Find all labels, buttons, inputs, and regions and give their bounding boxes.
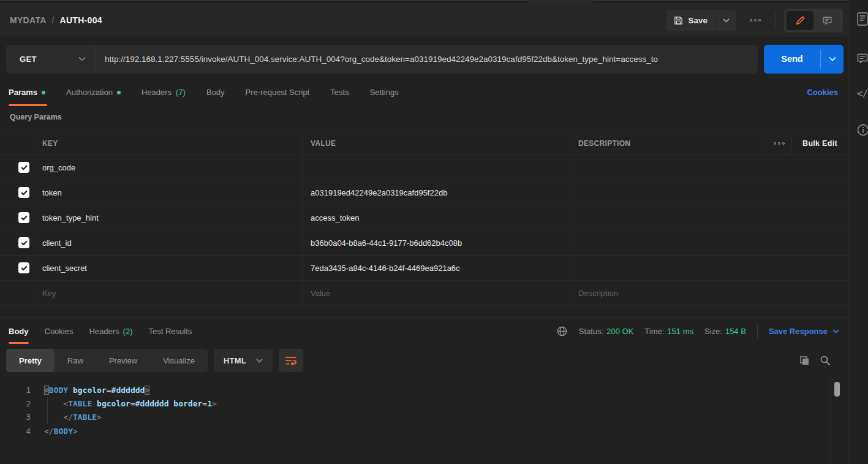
- response-tab-body[interactable]: Body: [9, 318, 29, 345]
- indent-guide: [47, 397, 48, 424]
- param-key[interactable]: org_code: [42, 163, 75, 172]
- tab-strip-line: [593, 0, 868, 1]
- cookies-link[interactable]: Cookies: [807, 88, 838, 97]
- chevron-down-icon: [832, 329, 839, 333]
- documentation-icon[interactable]: [857, 12, 868, 26]
- tab-authorization[interactable]: Authorization: [66, 80, 131, 105]
- param-checkbox[interactable]: [18, 187, 29, 198]
- copy-icon[interactable]: [799, 355, 810, 366]
- view-tab-raw[interactable]: Raw: [55, 349, 96, 372]
- param-checkbox[interactable]: [18, 237, 29, 248]
- time-label: Time:: [644, 327, 664, 336]
- size-label: Size:: [704, 327, 722, 336]
- param-key[interactable]: client_id: [42, 238, 72, 248]
- line-number: 1: [0, 386, 31, 395]
- save-response-label: Save Response: [769, 327, 828, 336]
- format-label: HTML: [224, 356, 246, 365]
- line-number: 4: [0, 427, 31, 436]
- save-button-group: Save: [666, 10, 736, 31]
- param-key[interactable]: token_type_hint: [42, 213, 99, 222]
- breadcrumb-request-name[interactable]: AUTH-004: [60, 15, 102, 25]
- comment-icon[interactable]: [857, 53, 868, 65]
- param-key[interactable]: client_secret: [42, 264, 87, 273]
- wrap-lines-button[interactable]: [279, 349, 303, 372]
- tab-count: (7): [176, 88, 186, 97]
- new-description-input[interactable]: Description: [578, 289, 618, 298]
- param-checkbox[interactable]: [18, 262, 29, 273]
- param-value[interactable]: 7eda3435-a84c-4146-b24f-4469ea921a6c: [311, 264, 460, 273]
- new-key-input[interactable]: Key: [42, 289, 56, 298]
- divider: [831, 376, 831, 464]
- tab-tests[interactable]: Tests: [330, 80, 359, 105]
- params-more-options-button[interactable]: [766, 132, 791, 154]
- divider: [757, 325, 758, 338]
- tab-pre-request-script[interactable]: Pre-request Script: [246, 80, 320, 105]
- tab-label: Body: [206, 88, 225, 97]
- view-tab-pretty[interactable]: Pretty: [6, 349, 55, 372]
- send-options-button[interactable]: [821, 45, 843, 74]
- param-row: client_id b36b0a04-b8a6-44c1-9177-b6dd62…: [0, 230, 848, 256]
- view-tab-preview[interactable]: Preview: [96, 349, 150, 372]
- status-value: 200 OK: [606, 327, 633, 336]
- param-checkbox[interactable]: [18, 162, 29, 173]
- network-info-button[interactable]: [556, 325, 568, 337]
- size-badge: Size: 154 B: [704, 327, 746, 336]
- bulk-edit-button[interactable]: Bulk Edit: [791, 132, 848, 154]
- tab-label: Headers: [142, 88, 172, 97]
- comments-button[interactable]: [813, 11, 840, 30]
- save-icon: [674, 16, 683, 25]
- time-value: 151 ms: [667, 327, 693, 336]
- tab-params[interactable]: Params: [9, 80, 56, 105]
- search-icon[interactable]: [820, 355, 831, 366]
- chevron-down-icon: [256, 359, 263, 363]
- tab-label: Body: [9, 327, 29, 336]
- url-input[interactable]: http://192.168.1.227:5555/invoke/AUTH_00…: [96, 55, 758, 64]
- checkbox-column-header: [0, 132, 34, 154]
- info-icon[interactable]: [857, 124, 868, 136]
- tab-label: Params: [9, 88, 37, 97]
- edit-mode-button[interactable]: [787, 11, 813, 30]
- send-button[interactable]: Send: [764, 45, 820, 74]
- method-label: GET: [20, 55, 37, 64]
- param-value[interactable]: b36b0a04-b8a6-44c1-9177-b6dd62b4c08b: [311, 238, 462, 248]
- save-response-button[interactable]: Save Response: [769, 327, 839, 336]
- breadcrumb-collection[interactable]: MYDATA: [10, 15, 47, 25]
- method-selector[interactable]: GET: [6, 55, 96, 64]
- response-tab-cookies[interactable]: Cookies: [45, 318, 74, 345]
- breadcrumb-separator: /: [52, 15, 55, 25]
- code-lines: 1<BODY bgcolor=#dddddd>2 <TABLE bgcolor=…: [0, 383, 848, 438]
- save-label: Save: [688, 16, 708, 25]
- tab-label: Authorization: [66, 88, 113, 97]
- view-tab-visualize[interactable]: Visualize: [150, 349, 208, 372]
- more-options-button[interactable]: [744, 10, 766, 31]
- tab-count: (2): [123, 327, 133, 336]
- tab-label: Tests: [330, 88, 349, 97]
- size-value: 154 B: [725, 327, 746, 336]
- param-checkbox[interactable]: [18, 212, 29, 223]
- breadcrumb: MYDATA / AUTH-004: [10, 15, 102, 25]
- response-tab-headers[interactable]: Headers (2): [89, 318, 132, 345]
- line-number: 3: [0, 413, 31, 422]
- modified-dot: [117, 91, 121, 94]
- params-table-header: KEY VALUE DESCRIPTION Bulk Edit: [0, 132, 848, 155]
- response-view-toolbar: Pretty Raw Preview Visualize HTML: [0, 345, 848, 376]
- tab-body[interactable]: Body: [206, 80, 235, 105]
- save-options-button[interactable]: [716, 10, 736, 31]
- param-value[interactable]: a031919ed42249e2a0319cafd95f22db: [311, 188, 447, 197]
- param-value[interactable]: access_token: [311, 213, 360, 222]
- code-snippet-icon[interactable]: </: [857, 88, 868, 99]
- request-url-row: GET http://192.168.1.227:5555/invoke/AUT…: [0, 38, 848, 80]
- code-line: 1<BODY bgcolor=#dddddd>: [0, 383, 848, 397]
- request-header: MYDATA / AUTH-004 Save: [0, 3, 848, 38]
- tab-settings[interactable]: Settings: [370, 80, 409, 105]
- response-tab-test-results[interactable]: Test Results: [149, 318, 192, 345]
- format-select[interactable]: HTML: [214, 349, 273, 372]
- tab-strip-line: [0, 0, 529, 1]
- scrollbar-thumb[interactable]: [834, 382, 840, 397]
- new-value-input[interactable]: Value: [311, 289, 330, 298]
- param-key[interactable]: token: [42, 188, 62, 197]
- tab-label: Settings: [370, 88, 399, 97]
- response-body-code: 1<BODY bgcolor=#dddddd>2 <TABLE bgcolor=…: [0, 376, 848, 438]
- save-button[interactable]: Save: [666, 10, 715, 31]
- tab-headers[interactable]: Headers (7): [142, 80, 196, 105]
